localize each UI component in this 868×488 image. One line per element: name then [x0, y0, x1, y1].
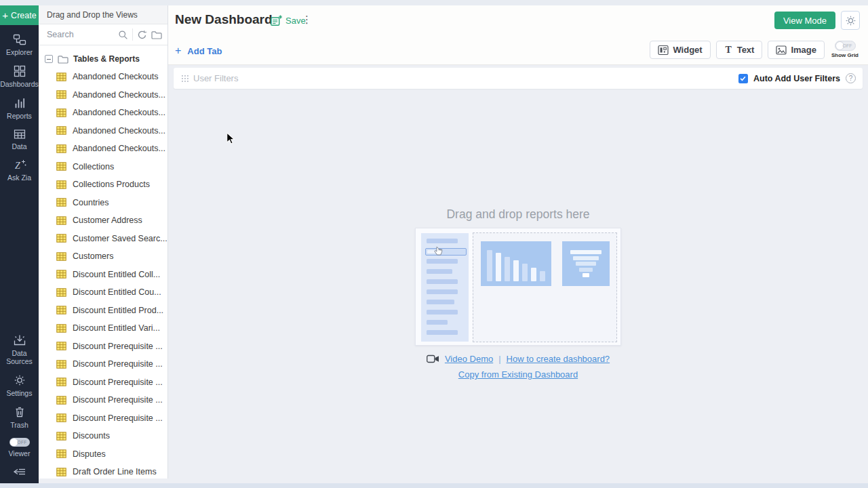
view-list-item[interactable]: Customers	[39, 247, 167, 266]
view-item-label: Customers	[73, 251, 113, 261]
view-list-item[interactable]: Abandoned Checkouts...	[39, 86, 167, 104]
show-grid-label: Show Grid	[831, 52, 859, 58]
bar-chart-thumbnail	[481, 241, 551, 286]
viewer-label: Viewer	[9, 449, 31, 458]
view-item-label: Discount Entitled Prod...	[73, 306, 163, 315]
show-grid-toggle[interactable]: OFF	[835, 41, 856, 51]
create-button[interactable]: + Create	[0, 5, 39, 25]
sidebar-item-dashboards[interactable]: Dashboards	[0, 56, 39, 88]
add-tab-label: Add Tab	[187, 46, 222, 56]
view-list-item[interactable]: Abandoned Checkouts	[39, 68, 167, 86]
canvas-toolbar: Widget T Text Image OFF Show Grid	[650, 41, 860, 59]
search-icon	[118, 30, 128, 40]
sidebar-item-label: Trash	[10, 421, 28, 429]
svg-text:Z: Z	[15, 161, 20, 171]
sidebar-collapse-button[interactable]	[13, 458, 26, 483]
view-item-label: Discount Prerequisite ...	[73, 395, 163, 405]
view-list-item[interactable]: Collections Products	[39, 176, 167, 194]
view-list-item[interactable]: Discount Prerequisite ...	[39, 338, 167, 356]
sidebar-item-ask-zia[interactable]: Z Ask Zia	[0, 150, 39, 182]
dashboards-icon	[14, 65, 26, 77]
view-list-item[interactable]: Discount Entitled Coll...	[39, 266, 167, 284]
view-list-item[interactable]: Discount Entitled Prod...	[39, 302, 167, 320]
save-icon	[270, 15, 283, 26]
hand-cursor-icon	[434, 246, 443, 256]
funnel-rows	[570, 250, 601, 277]
help-icon[interactable]: ?	[846, 73, 856, 83]
view-list-item[interactable]: Customer Saved Searc...	[39, 230, 167, 248]
collapse-minus-icon[interactable]	[45, 55, 53, 63]
sidebar-item-trash[interactable]: Trash	[0, 397, 39, 429]
link-separator: |	[498, 354, 500, 364]
view-item-label: Abandoned Checkouts...	[73, 144, 165, 153]
more-menu-icon[interactable]: ⋮	[299, 14, 315, 26]
view-mode-button[interactable]: View Mode	[774, 12, 835, 29]
view-item-label: Discount Entitled Cou...	[73, 287, 161, 297]
table-icon	[56, 413, 66, 422]
view-list-item[interactable]: Draft Order Line Items	[39, 463, 167, 479]
table-icon	[56, 270, 66, 279]
collapse-panel-icon	[13, 467, 26, 476]
table-icon	[56, 342, 66, 350]
refresh-icon[interactable]	[137, 30, 147, 40]
view-list-item[interactable]: Discounts	[39, 427, 167, 445]
view-list-item[interactable]: Abandoned Checkouts...	[39, 140, 167, 158]
view-list-item[interactable]: Discount Entitled Vari...	[39, 319, 167, 338]
view-list-item[interactable]: Discount Prerequisite ...	[39, 409, 167, 428]
view-item-label: Discount Entitled Vari...	[73, 323, 160, 333]
sidebar-item-explorer[interactable]: Explorer	[0, 25, 39, 56]
table-icon	[56, 144, 66, 153]
view-list-item[interactable]: Discount Prerequisite ...	[39, 373, 167, 392]
auto-add-checkbox[interactable]	[738, 74, 748, 83]
illustration-drop-zone	[473, 232, 617, 342]
text-icon: T	[724, 45, 733, 55]
view-list-item[interactable]: Discount Entitled Cou...	[39, 283, 167, 302]
funnel-row	[570, 250, 601, 254]
add-tab-button[interactable]: + Add Tab	[175, 45, 222, 56]
sidebar-item-settings[interactable]: Settings	[0, 365, 39, 397]
text-button[interactable]: T Text	[716, 41, 763, 59]
copy-existing-dashboard-link[interactable]: Copy from Existing Dashboard	[458, 369, 578, 380]
view-list-item[interactable]: Abandoned Checkouts...	[39, 104, 167, 122]
views-tree: Tables & Reports Abandoned Checkouts Aba…	[39, 45, 167, 479]
view-item-label: Discount Prerequisite ...	[73, 342, 163, 351]
chart-bar	[505, 257, 510, 281]
view-list-item[interactable]: Discount Prerequisite ...	[39, 355, 167, 373]
table-icon	[56, 252, 66, 261]
sidebar-item-data-sources[interactable]: Data Sources	[0, 325, 39, 365]
video-camera-icon	[427, 354, 439, 363]
view-list-item[interactable]: Customer Address	[39, 211, 167, 230]
funnel-row	[576, 262, 596, 266]
widget-button[interactable]: Widget	[650, 41, 710, 59]
plus-icon: +	[2, 10, 8, 20]
view-list-item[interactable]: Discount Prerequisite ...	[39, 391, 167, 409]
view-list-item[interactable]: Collections	[39, 158, 167, 176]
view-item-label: Discount Prerequisite ...	[73, 413, 163, 423]
dashboard-settings-button[interactable]	[841, 11, 860, 30]
image-icon	[776, 45, 787, 56]
views-panel: Drag and Drop the Views Tables & Reports…	[39, 5, 168, 479]
bottom-edge-strip	[0, 483, 868, 488]
table-icon	[56, 288, 66, 297]
search-input[interactable]	[47, 30, 114, 39]
list-row-bar	[427, 259, 458, 264]
view-list-item[interactable]: Countries	[39, 194, 167, 212]
view-item-label: Disputes	[73, 449, 106, 459]
folder-icon[interactable]	[151, 30, 162, 39]
tree-root-tables-reports[interactable]: Tables & Reports	[39, 50, 167, 68]
viewer-toggle[interactable]: OFF	[9, 438, 30, 447]
sidebar-item-reports[interactable]: Reports	[0, 88, 39, 120]
toggle-state-label: OFF	[18, 440, 27, 445]
view-item-label: Customer Saved Searc...	[73, 234, 167, 243]
table-icon	[56, 216, 66, 225]
drag-handle-icon[interactable]	[182, 75, 189, 82]
video-demo-link[interactable]: Video Demo	[445, 354, 493, 364]
image-button[interactable]: Image	[768, 41, 825, 59]
view-item-label: Discount Prerequisite ...	[73, 359, 163, 369]
table-icon	[56, 324, 66, 333]
view-list-item[interactable]: Abandoned Checkouts...	[39, 122, 167, 140]
view-list-item[interactable]: Disputes	[39, 445, 167, 464]
sidebar-item-data[interactable]: Data	[0, 120, 39, 150]
how-to-create-link[interactable]: How to create dashboard?	[507, 354, 610, 364]
check-icon	[739, 75, 747, 82]
